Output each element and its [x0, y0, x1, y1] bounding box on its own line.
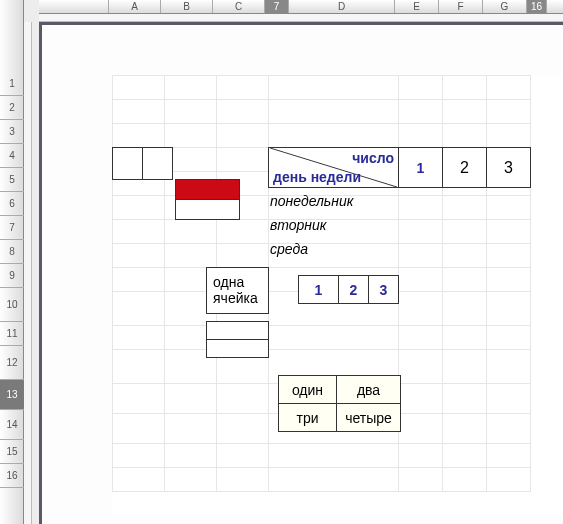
row-header-6[interactable]: 6 [0, 192, 24, 216]
row-header-12[interactable]: 12 [0, 346, 24, 380]
cell-A1[interactable] [113, 76, 165, 100]
cell-D2[interactable] [269, 100, 399, 124]
table-2x2[interactable]: один два три четыре [278, 375, 401, 432]
cell-A11[interactable] [113, 326, 165, 350]
cell-C16[interactable] [217, 468, 269, 492]
table-empty-two[interactable] [112, 147, 173, 180]
cell-A7[interactable] [113, 220, 165, 244]
cell-F14[interactable] [443, 414, 487, 444]
cell-G13[interactable] [487, 384, 531, 414]
cell-E14[interactable] [399, 414, 443, 444]
cell-A13[interactable] [113, 384, 165, 414]
cell-A15[interactable] [113, 444, 165, 468]
cell-F6[interactable] [443, 196, 487, 220]
cell-odin[interactable]: один [279, 376, 337, 404]
cell-E11[interactable] [399, 326, 443, 350]
cell-E12[interactable] [399, 350, 443, 384]
col-header-E[interactable]: E [395, 0, 439, 13]
cell-G12[interactable] [487, 350, 531, 384]
cell-E1[interactable] [399, 76, 443, 100]
cell-G11[interactable] [487, 326, 531, 350]
cell-G1[interactable] [487, 76, 531, 100]
header-num-3[interactable]: 3 [487, 148, 531, 188]
cell-C14[interactable] [217, 414, 269, 444]
cell-A9[interactable] [113, 268, 165, 292]
cell-E8[interactable] [399, 244, 443, 268]
cell-F1[interactable] [443, 76, 487, 100]
cell-tri[interactable]: три [279, 404, 337, 432]
cell-G10[interactable] [487, 292, 531, 326]
col-header-D[interactable]: D [289, 0, 395, 13]
cell-G9[interactable] [487, 268, 531, 292]
cell-A12[interactable] [113, 350, 165, 384]
table-red[interactable] [175, 179, 240, 220]
cell-E13[interactable] [399, 384, 443, 414]
red-cell[interactable] [176, 180, 240, 200]
cell-F8[interactable] [443, 244, 487, 268]
cell-G6[interactable] [487, 196, 531, 220]
cell-C4[interactable] [217, 148, 269, 172]
row-header-1[interactable]: 1 [0, 72, 24, 96]
cell-A10[interactable] [113, 292, 165, 326]
cell-B14[interactable] [165, 414, 217, 444]
row-header-11[interactable]: 11 [0, 322, 24, 346]
cell-E16[interactable] [399, 468, 443, 492]
cell-G15[interactable] [487, 444, 531, 468]
cell-B13[interactable] [165, 384, 217, 414]
cell-C3[interactable] [217, 124, 269, 148]
cell-F7[interactable] [443, 220, 487, 244]
col-header-F[interactable]: F [439, 0, 483, 13]
row-header-10[interactable]: 10 [0, 288, 24, 322]
cell-A6[interactable] [113, 196, 165, 220]
cell-E2[interactable] [399, 100, 443, 124]
row-header-5[interactable]: 5 [0, 168, 24, 192]
cell-A3[interactable] [113, 124, 165, 148]
cell-B16[interactable] [165, 468, 217, 492]
cell-E15[interactable] [399, 444, 443, 468]
cell-C7[interactable] [217, 220, 269, 244]
cell-E7[interactable] [399, 220, 443, 244]
table-nums-row[interactable]: 1 2 3 [298, 275, 399, 304]
row-header-14[interactable]: 14 [0, 410, 24, 440]
cell-B15[interactable] [165, 444, 217, 468]
cell-G8[interactable] [487, 244, 531, 268]
merged-one-cell[interactable]: однаячейка [207, 268, 269, 314]
cell-E10[interactable] [399, 292, 443, 326]
header-num-1[interactable]: 1 [399, 148, 443, 188]
cell-C13[interactable] [217, 384, 269, 414]
row-header-2[interactable]: 2 [0, 96, 24, 120]
row-header-7[interactable]: 7 [0, 216, 24, 240]
row-header-9[interactable]: 9 [0, 264, 24, 288]
cell-B1[interactable] [165, 76, 217, 100]
row-header-4[interactable]: 4 [0, 144, 24, 168]
col-header-A[interactable]: A [109, 0, 161, 13]
cell-F15[interactable] [443, 444, 487, 468]
cell-D1[interactable] [269, 76, 399, 100]
cell-D16[interactable] [269, 468, 399, 492]
row-header-15[interactable]: 15 [0, 440, 24, 464]
cell-B7[interactable] [165, 220, 217, 244]
cell-E6[interactable] [399, 196, 443, 220]
row-header-16[interactable]: 16 [0, 464, 24, 488]
cell-G14[interactable] [487, 414, 531, 444]
empty-below-red[interactable] [176, 200, 240, 220]
table-two-stacked[interactable] [206, 321, 269, 358]
cell-A8[interactable] [113, 244, 165, 268]
cell-D3[interactable] [269, 124, 399, 148]
cell-D15[interactable] [269, 444, 399, 468]
cell-A16[interactable] [113, 468, 165, 492]
cell-A2[interactable] [113, 100, 165, 124]
cell-B2[interactable] [165, 100, 217, 124]
cell-A14[interactable] [113, 414, 165, 444]
col-header-C[interactable]: C [213, 0, 265, 13]
cell-F2[interactable] [443, 100, 487, 124]
row-header-8[interactable]: 8 [0, 240, 24, 264]
cell-C8[interactable] [217, 244, 269, 268]
cell-E3[interactable] [399, 124, 443, 148]
cell-E9[interactable] [399, 268, 443, 292]
row-header-13[interactable]: 13 [0, 380, 24, 410]
row-header-3[interactable]: 3 [0, 120, 24, 144]
cell-F12[interactable] [443, 350, 487, 384]
diagonal-header-cell[interactable]: день недели число [269, 148, 399, 188]
cell-G2[interactable] [487, 100, 531, 124]
